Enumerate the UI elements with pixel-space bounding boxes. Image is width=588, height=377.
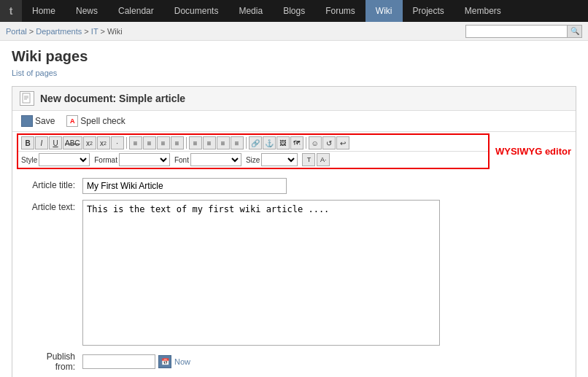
breadcrumb-wiki: Wiki [107,27,123,36]
smiley-button[interactable]: ☺ [309,136,322,149]
publish-from-now-link[interactable]: Now [174,357,190,366]
wysiwyg-toolbar-container: B I U ABC x2 x2 · ≡ ≡ ≡ ≡ ≡ ≡ [17,133,490,169]
font-label: Font [174,156,189,164]
nav-item-blogs[interactable]: Blogs [273,0,315,22]
map-button[interactable]: 🗺 [290,136,303,149]
format-label: Format [94,156,117,164]
article-text-input[interactable]: This is the text of my first wiki articl… [82,200,440,346]
remove-format-button[interactable]: · [111,136,124,149]
search-input[interactable] [465,25,568,38]
spell-icon: A [66,115,78,127]
nav-item-documents[interactable]: Documents [164,0,229,22]
size-select[interactable] [261,153,298,166]
breadcrumb-departments[interactable]: Departments [36,27,82,36]
breadcrumb-it[interactable]: IT [91,27,98,36]
superscript-button[interactable]: x2 [83,136,96,149]
toolbar-separator-2 [186,137,187,149]
save-button[interactable]: Save [18,114,58,128]
nav-item-forums[interactable]: Forums [315,0,365,22]
bg-color-button[interactable]: A· [317,153,330,166]
article-text-label: Article text: [24,200,82,212]
strikethrough-button[interactable]: ABC [63,136,82,149]
redo-button[interactable]: ↩ [336,136,349,149]
article-title-label: Article title: [24,178,82,190]
spell-check-button[interactable]: A Spell check [63,114,128,128]
document-icon [20,91,34,106]
nav-item-calendar[interactable]: Calendar [108,0,164,22]
publish-from-input[interactable] [82,354,155,369]
publish-from-cal-icon: 📅 [158,355,171,368]
nav-items: Home News Calendar Documents Media Blogs… [22,0,588,22]
align-left-button[interactable]: ≡ [189,136,202,149]
style-label: Style [21,156,37,164]
font-select[interactable] [190,153,241,166]
document-panel: New document: Simple article Save A Spel… [12,86,576,377]
nav-item-projects[interactable]: Projects [403,0,454,22]
site-logo: t [0,0,22,22]
style-select[interactable] [39,153,90,166]
ol-button[interactable]: ≡ [143,136,156,149]
wysiwyg-toolbar-row1: B I U ABC x2 x2 · ≡ ≡ ≡ ≡ ≡ ≡ [18,135,488,152]
list-of-pages-link[interactable]: List of pages [12,69,57,77]
toolbar-separator-1 [126,137,127,149]
article-title-input-wrapper [82,178,564,194]
article-text-row: Article text: This is the text of my fir… [24,200,564,346]
subscript-button[interactable]: x2 [97,136,110,149]
align-center-button[interactable]: ≡ [203,136,216,149]
save-toolbar: Save A Spell check [12,111,576,132]
italic-button[interactable]: I [35,136,48,149]
undo-button[interactable]: ↺ [322,136,336,149]
outdent-button[interactable]: ≡ [157,136,170,149]
nav-item-home[interactable]: Home [22,0,66,22]
form-area: Article title: Article text: This is the… [12,171,576,377]
publish-from-field: 📅 Now [82,354,190,369]
nav-item-wiki[interactable]: Wiki [365,0,403,22]
underline-button[interactable]: U [49,136,62,149]
wysiwyg-area: B I U ABC x2 x2 · ≡ ≡ ≡ ≡ ≡ ≡ [17,133,571,169]
save-icon [21,115,33,127]
article-text-wrapper: This is the text of my first wiki articl… [82,200,564,346]
nav-item-media[interactable]: Media [228,0,273,22]
align-right-button[interactable]: ≡ [217,136,230,149]
search-box: 🔍 [465,25,582,38]
main-content: Wiki pages List of pages New document: S… [0,41,588,377]
top-navigation: t Home News Calendar Documents Media Blo… [0,0,588,22]
toolbar-separator-4 [306,137,306,149]
breadcrumb: Portal > Departments > IT > Wiki [6,27,123,36]
publish-from-row: Publish from: 📅 Now [24,351,564,372]
search-button[interactable]: 🔍 [568,25,582,38]
page-title: Wiki pages [12,48,576,65]
wysiwyg-toolbar-row2: Style Format Font Size [18,152,488,168]
bold-button[interactable]: B [21,136,34,149]
toolbar-separator-3 [246,137,247,149]
nav-item-news[interactable]: News [66,0,108,22]
indent-button[interactable]: ≡ [171,136,184,149]
align-justify-button[interactable]: ≡ [231,136,244,149]
anchor-button[interactable]: ⚓ [263,136,276,149]
article-title-row: Article title: [24,178,564,194]
breadcrumb-portal[interactable]: Portal [6,27,27,36]
breadcrumb-bar: Portal > Departments > IT > Wiki 🔍 [0,22,588,41]
image-button[interactable]: 🖼 [276,136,290,149]
publish-from-label: Publish from: [24,351,82,372]
text-color-button[interactable]: T [302,153,315,166]
doc-title: New document: Simple article [40,93,185,104]
size-label: Size [246,156,260,164]
wysiwyg-label: WYSIWYG editor [490,146,571,157]
ul-button[interactable]: ≡ [129,136,142,149]
doc-header: New document: Simple article [12,87,576,111]
link-button[interactable]: 🔗 [249,136,262,149]
format-select[interactable] [119,153,170,166]
article-title-input[interactable] [82,178,287,194]
nav-item-members[interactable]: Members [454,0,511,22]
